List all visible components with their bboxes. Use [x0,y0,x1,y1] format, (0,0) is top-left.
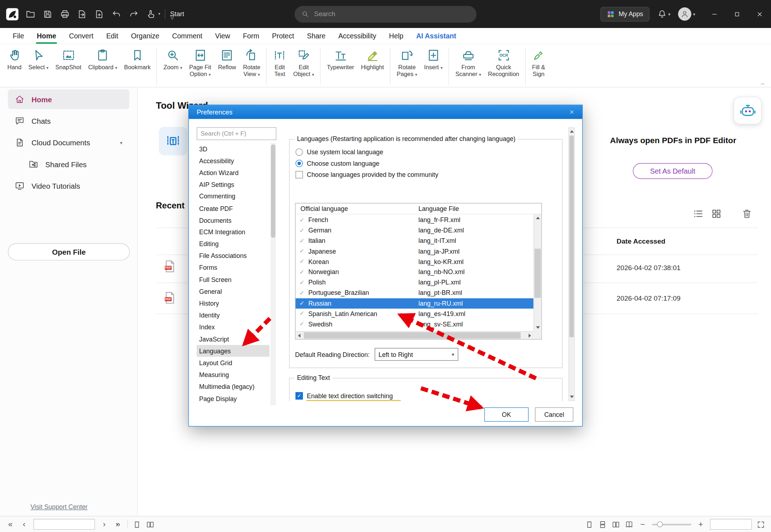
menu-item[interactable]: Organize [125,28,165,44]
preferences-category[interactable]: Page Display [197,392,270,404]
menu-item[interactable]: Protect [266,28,300,44]
language-row[interactable]: ✓ German lang_de-DE.xml [295,225,533,236]
table-vertical-scrollbar[interactable] [533,214,541,331]
ok-button[interactable]: OK [484,408,528,422]
dialog-close-button[interactable] [565,107,578,117]
ribbon-tool[interactable]: Rotate Pages ▾ [393,48,421,85]
language-row[interactable]: ✓ Spanish_Latin American lang_es-419.xml [295,309,533,319]
menu-item[interactable]: View [209,28,237,44]
menu-item[interactable]: Help [383,28,410,44]
language-row[interactable]: ✓ Swedish lang_sv-SE.xml [295,319,533,329]
maximize-button[interactable] [726,0,748,28]
delete-recent-button[interactable] [742,208,752,219]
radio-icon[interactable] [295,148,303,156]
ai-assistant-button[interactable] [734,97,762,124]
ribbon-tool[interactable]: Fill & Sign ▾ [528,48,548,85]
undo-icon[interactable] [112,9,121,19]
recent-file-icon[interactable]: PDF [163,291,176,305]
preferences-category[interactable]: JavaScript [197,333,270,345]
scroll-up-icon[interactable] [536,217,540,219]
global-search-box[interactable] [295,6,477,23]
language-row[interactable]: ✓ Italian lang_it-IT.xml [295,236,533,246]
ribbon-tool[interactable]: From Scanner ▾ [452,48,485,85]
search-input[interactable] [313,10,470,18]
language-row[interactable]: ✓ Japanese lang_ja-JP.xml [295,246,533,256]
sidebar-item[interactable]: Chats ▾ [8,111,129,131]
cancel-button[interactable]: Cancel [535,408,573,422]
menu-item[interactable]: Home [31,28,63,44]
preferences-category[interactable]: 3D [197,143,270,155]
sidebar-item[interactable]: Home ▾ [8,89,129,109]
ribbon-tool[interactable]: Edit Object ▾ [290,48,321,85]
page-number-combo[interactable]: ▾ [33,519,95,530]
menu-item[interactable]: Accessibility [332,28,383,44]
save-icon[interactable] [43,9,52,19]
preferences-category[interactable]: Commenting [197,190,270,202]
last-page-button[interactable]: » [113,520,122,529]
ribbon-tool[interactable]: OCR Quick Recognition ▾ [485,48,525,85]
sidebar-item[interactable]: Shared Files ▾ [22,154,129,174]
scroll-left-icon[interactable] [298,334,300,338]
facing-page-view-button[interactable] [146,520,154,528]
menu-item[interactable]: Form [237,28,266,44]
ribbon-tool[interactable]: Clipboard ▾ [85,48,121,85]
menu-item[interactable]: Comment [166,28,209,44]
export-icon[interactable] [77,9,87,19]
reading-direction-select[interactable]: Left to Right ▾ [375,348,458,361]
sidebar-item[interactable]: Video Tutorials ▾ [8,176,129,196]
radio-checked-icon[interactable] [295,160,303,167]
ribbon-tool[interactable]: SnapShot ▾ [52,48,85,85]
set-as-default-button[interactable]: Set As Default [633,163,712,179]
text-direction-switch-option[interactable]: ✓ Enable text direction switching [295,390,393,401]
ribbon-tool[interactable]: Edit Text ▾ [270,48,290,85]
menu-item[interactable]: Edit [100,28,125,44]
preferences-category[interactable]: Identity [197,310,270,321]
open-file-button[interactable]: Open File [8,243,130,260]
zoom-level-input[interactable] [710,519,752,530]
scrollbar-thumb[interactable] [534,249,541,298]
preferences-category[interactable]: Documents [197,214,270,226]
zoom-in-button[interactable]: + [696,520,705,529]
preferences-category[interactable]: File Associations [197,250,270,262]
dialog-titlebar[interactable]: Preferences [189,105,582,119]
first-page-button[interactable]: « [6,520,15,529]
continuous-scroll-mode-button[interactable] [598,520,607,528]
list-view-button[interactable] [693,208,704,219]
preferences-search-box[interactable] [197,127,276,140]
zoom-out-button[interactable]: − [638,520,647,529]
folder-icon[interactable] [25,9,35,19]
checkbox-checked-icon[interactable]: ✓ [295,392,303,399]
language-row[interactable]: ✓ Portuguese_Brazilian lang_pt-BR.xml [295,288,533,298]
stamp-icon[interactable] [146,9,156,19]
preferences-category[interactable]: Full Screen [197,274,270,286]
pan​el-scrollbar[interactable] [569,127,575,401]
ribbon-tool[interactable]: Reflow ▾ [215,48,239,85]
my-apps-button[interactable]: My Apps [601,6,650,21]
book-view-mode-button[interactable] [625,520,633,528]
print-icon[interactable] [60,9,70,19]
prev-page-button[interactable]: ‹ [20,520,29,529]
preferences-category[interactable]: Forms [197,262,270,274]
language-row[interactable]: ✓ Norwegian lang_nb-NO.xml [295,267,533,277]
grid-view-button[interactable] [711,208,722,219]
ribbon-tool[interactable]: Highlight ▾ [358,48,390,85]
slider-knob[interactable] [657,521,663,527]
preferences-category[interactable]: ECM Integration [197,226,270,238]
ribbon-tool[interactable]: Select ▾ [25,48,52,85]
support-center-link[interactable]: Visit Support Center [31,503,88,511]
account-button[interactable]: ▾ [678,8,695,21]
category-scrollbar[interactable] [270,143,276,406]
community-languages-option[interactable]: ✓ Choose languages provided by the commu… [295,169,438,180]
zoom-slider[interactable] [652,521,691,528]
preferences-category[interactable]: Index [197,321,270,333]
fullscreen-button[interactable] [757,520,765,528]
collapse-ribbon-button[interactable] [758,81,767,88]
preferences-category[interactable]: Multimedia (legacy) [197,381,270,392]
ribbon-tool[interactable]: Rotate View ▾ [239,48,267,85]
preferences-search-input[interactable] [197,130,283,137]
scrollbar-thumb[interactable] [271,145,275,238]
language-row[interactable]: ✓ French lang_fr-FR.xml [295,215,533,225]
language-row[interactable]: ✓ Korean lang_ko-KR.xml [295,256,533,267]
preferences-category[interactable]: Create PDF [197,202,270,214]
ribbon-tool[interactable]: Hand ▾ [4,48,25,85]
